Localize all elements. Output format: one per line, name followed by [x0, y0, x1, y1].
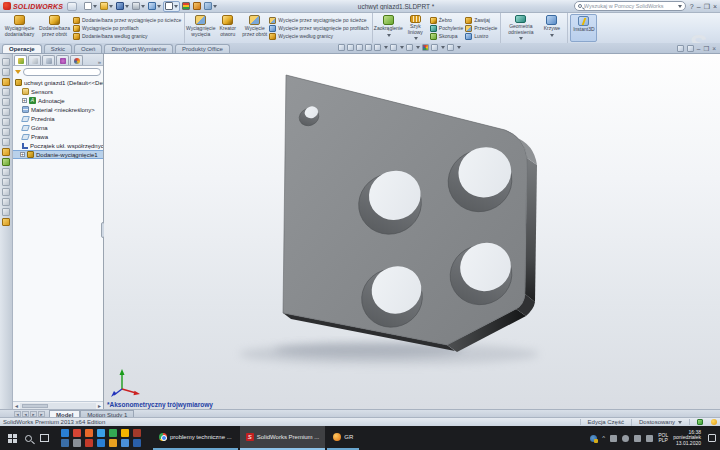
- boundary-boss-button[interactable]: Dodanie/baza według granicy: [73, 32, 181, 40]
- view-settings-icon[interactable]: [447, 44, 454, 51]
- propertymanager-tab[interactable]: [28, 55, 41, 65]
- pinned-app-icon[interactable]: [85, 439, 93, 447]
- edit-appearance-icon[interactable]: [422, 44, 429, 51]
- help-icon[interactable]: ?: [690, 1, 694, 12]
- scroll-right-icon[interactable]: ►: [96, 403, 103, 409]
- options-button[interactable]: [192, 1, 202, 12]
- featuremanager-tab[interactable]: [14, 55, 27, 65]
- select-button[interactable]: [163, 1, 180, 12]
- toolbar-icon[interactable]: [2, 88, 10, 96]
- section-view-icon[interactable]: [365, 44, 372, 51]
- fillet-dropdown-icon[interactable]: [387, 34, 391, 39]
- update-shield-icon[interactable]: [590, 435, 597, 442]
- pane-icon-2[interactable]: [687, 45, 694, 52]
- hide-show-items-icon[interactable]: [406, 44, 413, 51]
- network-icon[interactable]: [646, 435, 653, 442]
- draft-button[interactable]: Pochylenie: [430, 24, 463, 32]
- pinned-app-icon[interactable]: [61, 439, 69, 447]
- toolbar-icon[interactable]: [2, 188, 10, 196]
- undo-button[interactable]: [147, 1, 162, 12]
- tab-ocen[interactable]: Oceń: [74, 44, 102, 53]
- tab-dimxpert[interactable]: DimXpert Wymiarów: [104, 44, 173, 53]
- tree-item-origin[interactable]: Początek ukł. współrzędnych: [20, 141, 103, 150]
- toolbar-icon[interactable]: [2, 128, 10, 136]
- extruded-cut-button[interactable]: Wyciągnięcie wycięcia: [187, 14, 214, 42]
- toolbar-icon[interactable]: [2, 68, 10, 76]
- toolbar-icon[interactable]: [2, 218, 10, 226]
- wrap-button[interactable]: Zawijaj: [465, 16, 497, 24]
- tree-root-item[interactable]: uchwyt gniazd1 (Default<<Defa: [13, 78, 103, 87]
- taskbar-clock[interactable]: 16:38 poniedziałek 13.01.2020: [673, 430, 701, 447]
- tree-item-prawa[interactable]: Prawa: [20, 132, 103, 141]
- start-button[interactable]: [8, 434, 17, 443]
- taskbar-search-icon[interactable]: [25, 435, 32, 442]
- revolved-boss-button[interactable]: Dodanie/baza przez obrót: [37, 14, 72, 42]
- search-dropdown-icon[interactable]: [678, 5, 682, 10]
- toolbar-icon[interactable]: [2, 78, 10, 86]
- pinned-app-icon[interactable]: [133, 429, 141, 437]
- instant3d-toggle[interactable]: Instant3D: [570, 14, 597, 42]
- pinned-app-icon[interactable]: [121, 429, 129, 437]
- appearance-button[interactable]: [203, 1, 218, 12]
- onedrive-icon[interactable]: [622, 435, 629, 442]
- scroll-left-icon[interactable]: ◄: [13, 403, 20, 409]
- pinned-app-icon[interactable]: [109, 439, 117, 447]
- swept-boss-button[interactable]: Dodanie/baza przez wyciągnięcie po ścież…: [73, 16, 181, 24]
- tree-item-adnotacje[interactable]: + A Adnotacje: [20, 96, 103, 105]
- pane-icon-1[interactable]: [677, 45, 684, 52]
- help-search-box[interactable]: Wyszukaj w Pomocy SolidWorks: [574, 1, 686, 11]
- volume-icon[interactable]: [634, 435, 641, 442]
- view-orientation-icon[interactable]: [374, 44, 381, 51]
- boundary-cut-button[interactable]: Wycięcie według granicy: [269, 32, 369, 40]
- language-indicator[interactable]: POL PLP: [658, 433, 668, 444]
- intersect-button[interactable]: Przecięcie: [465, 24, 497, 32]
- swept-cut-button[interactable]: Wycięcie przez wyciągnięcie po ścieżce: [269, 16, 369, 24]
- pinned-app-icon[interactable]: [109, 429, 117, 437]
- print-button[interactable]: [131, 1, 146, 12]
- apply-scene-icon[interactable]: [431, 44, 438, 51]
- task-view-icon[interactable]: [40, 434, 49, 442]
- curves-dropdown-icon[interactable]: [550, 34, 554, 39]
- part-model[interactable]: [104, 54, 720, 409]
- save-button[interactable]: [115, 1, 130, 12]
- minimize-icon[interactable]: –: [697, 1, 701, 12]
- tree-item-gorna[interactable]: Górna: [20, 123, 103, 132]
- toolbar-icon[interactable]: [2, 58, 10, 66]
- scrollbar-thumb[interactable]: [22, 404, 48, 408]
- tray-chevron-icon[interactable]: ^: [602, 435, 605, 441]
- shell-button[interactable]: Skorupa: [430, 32, 463, 40]
- linear-pattern-button[interactable]: Szyk liniowy: [402, 14, 429, 42]
- pinned-app-icon[interactable]: [73, 439, 81, 447]
- toolbar-icon[interactable]: [2, 158, 10, 166]
- extruded-boss-button[interactable]: Wyciągnięcie dodania/bazy: [2, 14, 37, 42]
- zoom-fit-icon[interactable]: [338, 44, 345, 51]
- tree-horizontal-scrollbar[interactable]: ◄ ►: [13, 401, 103, 409]
- tab-operacje[interactable]: Operacje: [2, 44, 42, 53]
- doc-minimize-icon[interactable]: –: [697, 44, 701, 53]
- pinned-app-icon[interactable]: [97, 429, 105, 437]
- graphics-area[interactable]: *Aksonometryczny trójwymiarowy: [104, 54, 720, 409]
- pinned-app-icon[interactable]: [121, 439, 129, 447]
- action-center-icon[interactable]: [708, 434, 716, 442]
- fillet-button[interactable]: Zaokrąglenie: [375, 14, 402, 42]
- toolbar-icon[interactable]: [2, 138, 10, 146]
- reference-geometry-dropdown-icon[interactable]: [519, 37, 523, 42]
- menu-flyout-handle[interactable]: [67, 2, 77, 11]
- browser-task-button[interactable]: problemy techniczne ...: [153, 426, 238, 450]
- reference-geometry-button[interactable]: Geometria odniesienia: [503, 14, 538, 42]
- toolbar-icon[interactable]: [2, 108, 10, 116]
- battery-icon[interactable]: [610, 435, 617, 442]
- panel-tabs-overflow[interactable]: »: [98, 59, 102, 65]
- pinned-app-icon[interactable]: [133, 439, 141, 447]
- doc-close-icon[interactable]: ×: [712, 44, 716, 53]
- toolbar-icon[interactable]: [2, 118, 10, 126]
- toolbar-icon[interactable]: [2, 98, 10, 106]
- solidworks-task-button[interactable]: S SolidWorks Premium ...: [240, 426, 326, 450]
- mirror-button[interactable]: Lustro: [465, 32, 497, 40]
- restore-icon[interactable]: ❐: [704, 1, 710, 12]
- zoom-area-icon[interactable]: [347, 44, 354, 51]
- toolbar-icon[interactable]: [2, 178, 10, 186]
- units-selector[interactable]: Dostosowany: [631, 419, 689, 426]
- gr-task-button[interactable]: GR: [327, 426, 359, 450]
- toolbar-icon[interactable]: [2, 198, 10, 206]
